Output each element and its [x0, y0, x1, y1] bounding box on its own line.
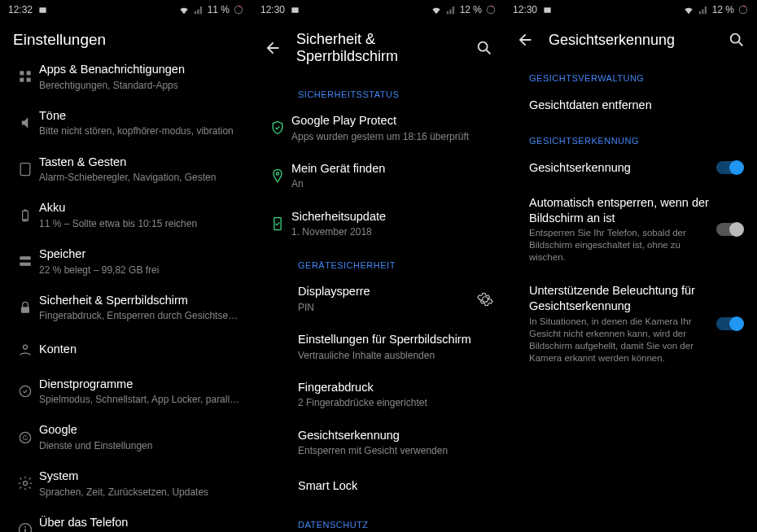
svg-rect-11 — [20, 263, 30, 266]
section-security-status: Sicherheitsstatus — [252, 76, 505, 104]
item-subtitle: Bitte nicht stören, kopfhörer-modus, vib… — [39, 124, 241, 137]
utilities-icon — [11, 383, 39, 399]
item-security[interactable]: Sicherheit & SperrbildschirmFingerabdruc… — [0, 285, 252, 331]
item-subtitle: Entsperren mit Gesicht verwenden — [298, 444, 493, 457]
back-icon[interactable] — [516, 31, 534, 49]
item-smart-lock[interactable]: Smart Lock — [252, 466, 505, 507]
item-remove-face[interactable]: Gesichtdaten entfernen — [505, 88, 757, 123]
svg-rect-8 — [24, 209, 26, 211]
svg-point-22 — [487, 6, 494, 13]
item-about[interactable]: Über das TelefonONEPLUS A6013 — [0, 507, 252, 532]
item-title: Displaysperre — [298, 284, 469, 300]
item-subtitle: Vertrauliche Inhalte ausblenden — [298, 349, 493, 362]
page-title: Einstellungen — [0, 20, 252, 54]
status-bar: 12:30 12 % — [252, 0, 505, 20]
item-utilities[interactable]: DienstprogrammeSpielmodus, Schnellstart,… — [0, 368, 252, 415]
item-subtitle: Dienste und Einstellungen — [39, 439, 241, 452]
item-title: Fingerabdruck — [298, 380, 493, 396]
item-subtitle: 11 % – Sollte etwa bis 10:15 reichen — [39, 217, 241, 230]
item-buttons[interactable]: Tasten & GestenAlarm-Schieberegler, Navi… — [0, 146, 252, 193]
item-title: Smart Lock — [298, 478, 493, 495]
search-icon[interactable] — [728, 31, 746, 49]
item-accounts[interactable]: Konten — [0, 331, 252, 368]
switch-icon[interactable] — [716, 317, 742, 330]
svg-point-1 — [234, 6, 242, 13]
google-icon: G — [11, 430, 39, 446]
face-unlock-settings: 12:30 12 % Gesichtserkennung Gesichtsver… — [505, 0, 757, 532]
item-title: Apps & Benachrichtigungen — [39, 62, 241, 78]
item-subtitle: An — [291, 177, 493, 190]
item-find-device[interactable]: Mein Gerät findenAn — [252, 152, 505, 200]
item-battery[interactable]: Akku11 % – Sollte etwa bis 10:15 reichen — [0, 192, 252, 238]
svg-rect-4 — [20, 78, 24, 82]
svg-point-28 — [731, 34, 740, 43]
item-google[interactable]: G GoogleDienste und Einstellungen — [0, 414, 252, 460]
item-title: Akku — [39, 200, 241, 216]
gear-icon[interactable] — [477, 291, 493, 307]
item-title: Sicherheit & Sperrbildschirm — [39, 293, 241, 309]
search-icon[interactable] — [475, 39, 493, 57]
back-icon[interactable] — [264, 39, 282, 57]
item-title: Dienstprogramme — [39, 377, 241, 393]
item-title: System — [39, 469, 241, 485]
status-bar: 12:32 11 % — [0, 0, 252, 20]
item-subtitle: 22 % belegt – 99,82 GB frei — [39, 264, 241, 277]
svg-point-27 — [739, 6, 746, 13]
svg-point-24 — [276, 172, 278, 175]
toggle-subtitle: In Situationen, in denen die Kamera Ihr … — [529, 316, 710, 364]
wifi-icon — [431, 4, 442, 15]
item-title: Mein Gerät finden — [291, 161, 493, 177]
svg-point-13 — [24, 345, 28, 349]
svg-rect-5 — [27, 78, 31, 82]
header-bar: Sicherheit & Sperrbildschirm — [252, 20, 505, 76]
toggle-title: Gesichtserkennung — [529, 160, 710, 176]
toggle-assistive-lighting[interactable]: Unterstützende Beleuchtung für Gesichtse… — [505, 273, 757, 373]
svg-rect-9 — [24, 219, 28, 220]
svg-rect-26 — [544, 7, 550, 12]
svg-text:G: G — [23, 434, 28, 442]
toggle-title: Automatisch entsperren, wenn der Bildsch… — [529, 195, 710, 226]
item-screenlock[interactable]: DisplaysperrePIN — [252, 275, 505, 323]
switch-icon[interactable] — [716, 161, 742, 174]
toggle-face-unlock[interactable]: Gesichtserkennung — [505, 150, 757, 185]
svg-rect-10 — [20, 257, 30, 260]
picture-icon — [37, 6, 48, 15]
item-fingerprint[interactable]: Fingerabdruck2 Fingerabdrücke eingericht… — [252, 371, 505, 419]
signal-icon — [698, 4, 709, 15]
item-title: Konten — [39, 342, 241, 358]
clock: 12:32 — [8, 4, 33, 15]
item-subtitle: 1. November 2018 — [291, 225, 493, 238]
item-title: Gesichtdaten entfernen — [529, 98, 736, 113]
item-apps[interactable]: Apps & BenachrichtigungenBerechtigungen,… — [0, 54, 252, 100]
svg-rect-20 — [24, 529, 26, 532]
item-title: Speicher — [39, 246, 241, 263]
battery-icon — [11, 207, 39, 224]
toggle-auto-unlock[interactable]: Automatisch entsperren, wenn der Bildsch… — [505, 185, 757, 274]
section-device-security: Gerätesicherheit — [252, 247, 505, 275]
item-play-protect[interactable]: Google Play ProtectApps wurden gestern u… — [252, 104, 505, 152]
item-storage[interactable]: Speicher22 % belegt – 99,82 GB frei — [0, 238, 252, 285]
signal-icon — [193, 4, 204, 15]
item-title: Google — [39, 422, 241, 438]
svg-point-19 — [24, 526, 26, 528]
item-face-unlock[interactable]: GesichtserkennungEntsperren mit Gesicht … — [252, 419, 505, 467]
item-system[interactable]: SystemSprachen, Zeit, Zurücksetzen, Upda… — [0, 460, 252, 507]
battery-text: 12 % — [712, 4, 734, 15]
item-sound[interactable]: TöneBitte nicht stören, kopfhörer-modus,… — [0, 100, 252, 146]
status-bar: 12:30 12 % — [505, 0, 757, 20]
battery-ring-icon — [233, 4, 244, 15]
gear-icon — [11, 475, 39, 491]
storage-icon — [11, 253, 39, 269]
location-icon — [264, 168, 291, 184]
picture-icon — [542, 6, 553, 15]
item-title: Über das Telefon — [39, 515, 241, 531]
item-subtitle: Alarm-Schieberegler, Navigation, Gesten — [39, 171, 241, 184]
header-bar: Gesichtserkennung — [505, 20, 757, 60]
switch-icon[interactable] — [716, 223, 742, 236]
item-lockscreen-settings[interactable]: Einstellungen für SperrbildschirmVertrau… — [252, 323, 505, 371]
item-title: Google Play Protect — [291, 113, 493, 129]
item-security-update[interactable]: Sicherheitsupdate1. November 2018 — [252, 200, 505, 248]
item-subtitle: Sprachen, Zeit, Zurücksetzen, Updates — [39, 486, 241, 499]
svg-point-23 — [479, 42, 488, 51]
toggle-subtitle: Entsperren Sie Ihr Telefon, sobald der B… — [529, 227, 710, 264]
